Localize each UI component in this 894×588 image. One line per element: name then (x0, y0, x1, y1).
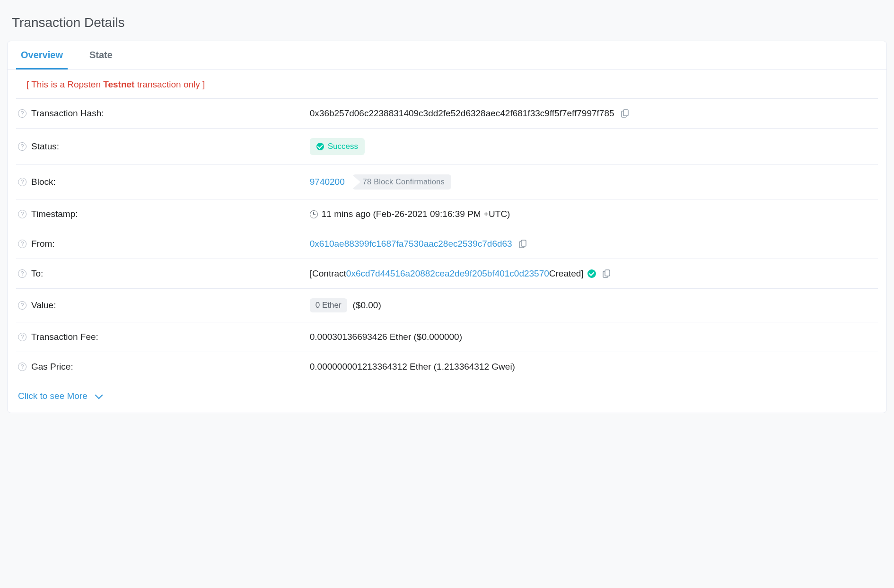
copy-icon[interactable] (603, 269, 610, 278)
help-icon[interactable]: ? (18, 333, 26, 341)
help-icon[interactable]: ? (18, 210, 26, 218)
row-timestamp: ? Timestamp: 11 mins ago (Feb-26-2021 09… (16, 199, 878, 229)
row-to: ? To: [Contract 0x6cd7d44516a20882cea2de… (16, 259, 878, 289)
help-icon[interactable]: ? (18, 109, 26, 118)
to-address-link[interactable]: 0x6cd7d44516a20882cea2de9f205bf401c0d235… (346, 268, 549, 279)
svg-rect-5 (605, 270, 610, 276)
warning-suffix: transaction only ] (134, 79, 205, 89)
value-timestamp: 11 mins ago (Feb-26-2021 09:16:39 PM +UT… (322, 209, 510, 219)
warning-prefix: [ This is a Ropsten (26, 79, 103, 89)
row-from: ? From: 0x610ae88399fc1687fa7530aac28ec2… (16, 229, 878, 259)
status-text: Success (328, 142, 358, 151)
value-pill: 0 Ether (310, 298, 347, 312)
row-value: ? Value: 0 Ether ($0.00) (16, 289, 878, 322)
to-prefix: [Contract (310, 268, 346, 279)
help-icon[interactable]: ? (18, 301, 26, 310)
see-more-button[interactable]: Click to see More (8, 381, 886, 413)
block-link[interactable]: 9740200 (310, 177, 345, 187)
testnet-warning: [ This is a Ropsten Testnet transaction … (16, 70, 878, 99)
help-icon[interactable]: ? (18, 178, 26, 186)
to-suffix: Created] (549, 268, 584, 279)
row-hash: ? Transaction Hash: 0x36b257d06c22388314… (16, 99, 878, 129)
label-gas-price: Gas Price: (31, 362, 73, 372)
tab-state[interactable]: State (85, 41, 117, 69)
label-fee: Transaction Fee: (31, 332, 98, 342)
label-to: To: (31, 268, 43, 279)
row-status: ? Status: Success (16, 129, 878, 165)
help-icon[interactable]: ? (18, 240, 26, 248)
help-icon[interactable]: ? (18, 363, 26, 371)
label-block: Block: (31, 177, 56, 187)
page-title: Transaction Details (12, 15, 882, 30)
copy-icon[interactable] (519, 240, 526, 248)
confirmations-chip: 78 Block Confirmations (352, 174, 451, 190)
help-icon[interactable]: ? (18, 269, 26, 278)
tabs: Overview State (8, 41, 886, 70)
clock-icon (310, 210, 318, 218)
verified-icon (587, 269, 596, 278)
details-card: Overview State [ This is a Ropsten Testn… (7, 41, 887, 413)
help-icon[interactable]: ? (18, 142, 26, 151)
label-hash: Transaction Hash: (31, 108, 104, 119)
label-value: Value: (31, 300, 56, 311)
row-gas-price: ? Gas Price: 0.000000001213364312 Ether … (16, 352, 878, 381)
tab-overview[interactable]: Overview (16, 41, 68, 69)
warning-bold: Testnet (103, 79, 134, 89)
svg-rect-3 (521, 240, 526, 246)
arrow-down-icon (95, 391, 103, 399)
label-from: From: (31, 239, 55, 249)
check-icon (316, 143, 324, 150)
copy-icon[interactable] (621, 109, 629, 118)
svg-rect-1 (623, 110, 628, 116)
value-hash: 0x36b257d06c2238831409c3dd2fe52d6328aec4… (310, 108, 614, 119)
value-gas-price: 0.000000001213364312 Ether (1.213364312 … (310, 362, 515, 372)
row-fee: ? Transaction Fee: 0.00030136693426 Ethe… (16, 322, 878, 352)
label-status: Status: (31, 141, 59, 152)
row-block: ? Block: 9740200 78 Block Confirmations (16, 165, 878, 199)
value-usd: ($0.00) (353, 300, 381, 311)
from-address-link[interactable]: 0x610ae88399fc1687fa7530aac28ec2539c7d6d… (310, 239, 512, 249)
status-badge: Success (310, 138, 365, 155)
see-more-label: Click to see More (18, 391, 88, 401)
value-fee: 0.00030136693426 Ether ($0.000000) (310, 332, 462, 342)
label-timestamp: Timestamp: (31, 209, 78, 219)
